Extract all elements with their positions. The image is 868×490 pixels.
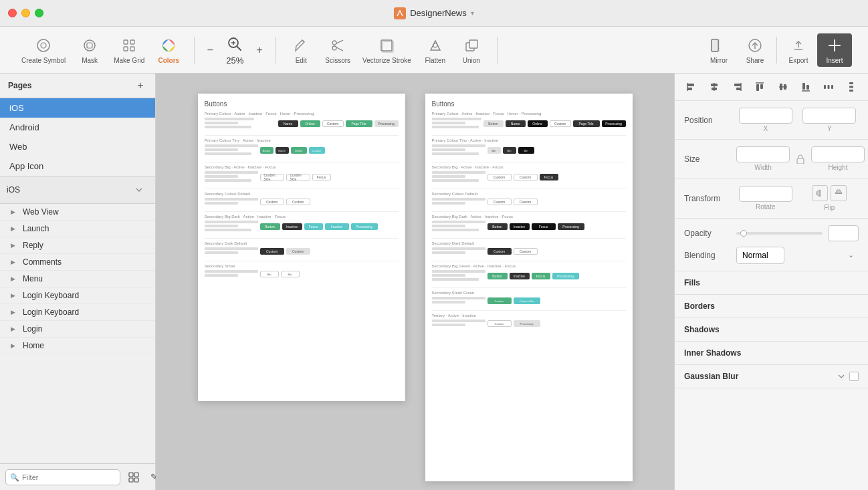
size-height-input[interactable] [811,146,865,162]
add-page-button[interactable]: + [134,79,147,92]
page-item-app-icon[interactable]: App Icon [0,156,155,176]
vectorize-tool[interactable]: Vectorize Stroke [357,33,417,67]
edit-tool[interactable]: Edit [284,33,318,67]
scissors-label: Scissors [325,57,350,64]
layer-label-comments: Comments [23,257,148,267]
layer-login[interactable]: ▶ Login [0,321,155,338]
title-chevron-icon: ▾ [471,9,474,17]
vectorize-label: Vectorize Stroke [362,57,411,64]
layer-reply[interactable]: ▶ Reply [0,237,155,254]
svg-point-21 [433,43,437,47]
layer-login-keyboard-1[interactable]: ▶ Login Keyboard [0,287,155,304]
svg-rect-51 [802,83,805,90]
canvas[interactable]: Buttons Primary Colour · Active · Inacti… [156,74,674,490]
share-label: Share [746,57,764,64]
borders-title: Borders [684,301,859,311]
svg-rect-25 [712,39,718,51]
flip-vertical-button[interactable] [831,185,847,201]
svg-rect-37 [687,88,692,90]
opacity-slider[interactable] [736,232,823,235]
page-item-ios[interactable]: iOS [0,98,155,118]
layer-label-reply: Reply [23,241,148,250]
distribute-vert-button[interactable] [842,78,861,96]
svg-rect-45 [756,84,759,91]
rotate-label: Rotate [739,203,792,211]
minimize-button[interactable] [21,9,30,17]
close-button[interactable] [8,9,17,17]
flatten-tool[interactable]: Flatten [418,33,453,67]
layer-web-view[interactable]: ▶ Web View [0,204,155,221]
flip-horizontal-button[interactable] [812,185,828,201]
svg-point-10 [162,39,175,51]
shadows-section-header[interactable]: Shadows [675,318,868,342]
size-row: Size Width Height [684,146,859,171]
mask-tool[interactable]: Mask [72,33,107,67]
layer-comments[interactable]: ▶ Comments [0,254,155,271]
page-item-android[interactable]: Android [0,118,155,137]
layer-login-keyboard-2[interactable]: ▶ Login Keyboard [0,304,155,321]
gaussian-blur-expand-icon [837,372,845,380]
make-grid-tool[interactable]: Make Grid [108,33,150,67]
create-symbol-tool[interactable]: Create Symbol [16,33,71,67]
maximize-button[interactable] [35,9,43,17]
layer-chevron-icon: ▶ [11,326,19,332]
opacity-section: Opacity Blending Normal Multiply Screen … [675,219,868,271]
position-label: Position [684,116,731,125]
svg-rect-36 [687,84,694,86]
right-panel: Position X Y Size Width [674,74,868,490]
layer-chevron-icon: ▶ [11,225,19,232]
zoom-in-button[interactable]: + [252,43,267,57]
svg-rect-3 [84,40,95,51]
opacity-row: Opacity [684,225,859,241]
distribute-horiz-button[interactable] [819,78,838,96]
toolbar-right-actions: Mirror Share Export [696,33,857,67]
svg-point-16 [332,46,336,50]
filter-input[interactable] [5,469,120,485]
layer-menu[interactable]: ▶ Menu [0,271,155,287]
inner-shadows-section-header[interactable]: Inner Shadows [675,342,868,365]
position-y-input[interactable] [802,108,856,124]
rotate-input[interactable] [739,186,792,202]
make-grid-icon [120,36,138,55]
main-area: Pages + iOS Android Web App Icon iOS ▶ W… [0,74,868,490]
component-view-button[interactable] [126,469,142,485]
opacity-input[interactable] [828,225,859,241]
export-tool[interactable]: Export [781,33,816,67]
blending-select[interactable]: Normal Multiply Screen Overlay Darken Li… [736,247,784,264]
share-tool[interactable]: Share [738,33,772,67]
layer-home[interactable]: ▶ Home [0,338,155,354]
align-right-button[interactable] [728,78,746,96]
zoom-tool[interactable]: 25% [220,32,249,68]
gaussian-blur-section-header[interactable]: Gaussian Blur [675,365,868,388]
align-center-h-button[interactable] [705,78,724,96]
svg-point-1 [37,39,49,51]
mask-icon [80,36,99,55]
mirror-tool[interactable]: Mirror [701,33,736,67]
flatten-label: Flatten [425,57,446,64]
layer-launch[interactable]: ▶ Launch [0,221,155,237]
zoom-value: 25% [223,55,247,66]
align-left-button[interactable] [682,78,701,96]
pages-section: Pages + iOS Android Web App Icon [0,74,155,176]
size-lock-icon[interactable] [795,154,806,164]
zoom-out-button[interactable]: − [203,43,217,57]
inner-shadows-title: Inner Shadows [684,348,859,358]
union-tool[interactable]: Union [454,33,489,67]
page-item-web[interactable]: Web [0,137,155,156]
svg-line-18 [336,47,344,51]
layers-collapse-button[interactable] [130,180,148,199]
align-top-button[interactable] [750,78,769,96]
align-bottom-button[interactable] [796,78,815,96]
colors-tool[interactable]: Colors [151,33,186,67]
borders-section-header[interactable]: Borders [675,295,868,318]
svg-rect-58 [849,86,853,88]
insert-tool[interactable]: Insert [817,33,852,67]
size-width-input[interactable] [736,146,790,162]
align-center-v-button[interactable] [774,78,792,96]
make-grid-label: Make Grid [114,57,144,64]
search-wrapper: 🔍 [5,469,120,485]
scissors-tool[interactable]: Scissors [320,33,356,67]
fills-section-header[interactable]: Fills [675,271,868,295]
position-x-input[interactable] [739,108,792,124]
gaussian-blur-checkbox[interactable] [849,372,859,381]
